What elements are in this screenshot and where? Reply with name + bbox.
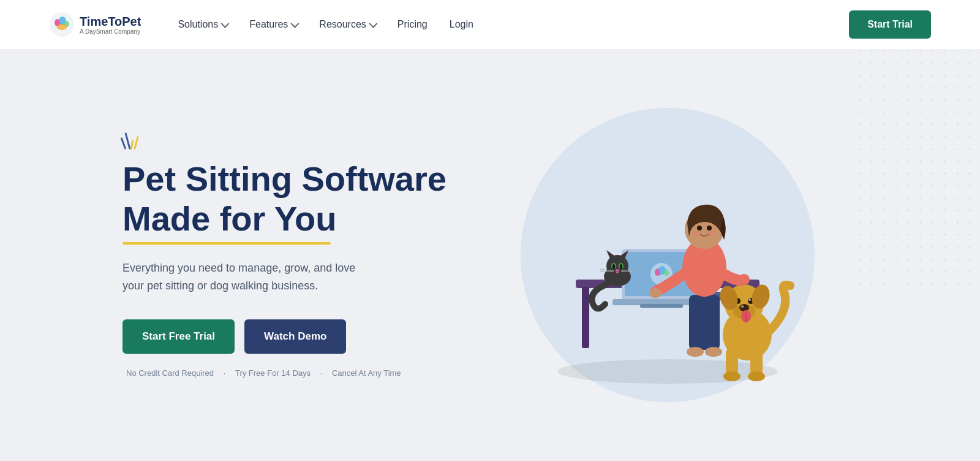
hero-title: Pet Sitting Software Made for You bbox=[123, 159, 478, 238]
logo-brand: TimeToPet bbox=[80, 15, 141, 28]
svg-point-62 bbox=[693, 231, 700, 236]
svg-rect-65 bbox=[858, 49, 980, 294]
navbar: TimeToPet A DaySmart Company Solutions F… bbox=[0, 0, 980, 49]
svg-point-31 bbox=[616, 269, 619, 272]
logo-icon bbox=[49, 12, 75, 37]
svg-point-22 bbox=[606, 255, 628, 277]
svg-point-61 bbox=[707, 226, 712, 230]
sparkle-1 bbox=[121, 137, 127, 150]
svg-point-54 bbox=[687, 347, 704, 357]
nav-pricing[interactable]: Pricing bbox=[398, 19, 428, 30]
nav-links: Solutions Features Resources Pricing Log… bbox=[178, 19, 849, 30]
svg-point-52 bbox=[748, 371, 765, 381]
svg-point-44 bbox=[748, 299, 751, 301]
hero-description: Everything you need to manage, grow, and… bbox=[123, 259, 417, 295]
svg-rect-20 bbox=[640, 304, 683, 308]
svg-point-51 bbox=[723, 371, 741, 381]
svg-point-57 bbox=[649, 288, 662, 298]
svg-point-40 bbox=[741, 305, 744, 308]
hero-buttons: Start Free Trial Watch Demo bbox=[123, 319, 478, 354]
svg-point-18 bbox=[664, 270, 669, 276]
start-free-trial-button[interactable]: Start Free Trial bbox=[123, 319, 235, 354]
hero-illustration bbox=[478, 108, 858, 402]
chevron-down-icon bbox=[221, 20, 230, 28]
logo-sub: A DaySmart Company bbox=[80, 28, 141, 35]
sparkles-decoration bbox=[123, 132, 478, 150]
hero-content: Pet Sitting Software Made for You Everyt… bbox=[123, 132, 478, 377]
hero-footnote: No Credit Card Required · Try Free For 1… bbox=[123, 368, 478, 378]
background-dots bbox=[858, 49, 980, 294]
logo-link[interactable]: TimeToPet A DaySmart Company bbox=[49, 12, 141, 37]
sparkle-4 bbox=[134, 136, 139, 150]
nav-login[interactable]: Login bbox=[450, 19, 473, 30]
svg-point-5 bbox=[557, 359, 778, 384]
svg-point-39 bbox=[739, 304, 749, 311]
svg-point-29 bbox=[612, 264, 615, 269]
svg-point-60 bbox=[697, 226, 702, 230]
start-trial-button[interactable]: Start Trial bbox=[849, 10, 931, 39]
svg-rect-7 bbox=[582, 287, 589, 348]
nav-features[interactable]: Features bbox=[249, 19, 297, 30]
svg-point-63 bbox=[709, 231, 716, 236]
title-underline bbox=[123, 242, 331, 245]
nav-resources[interactable]: Resources bbox=[319, 19, 375, 30]
hero-section: Pet Sitting Software Made for You Everyt… bbox=[0, 49, 980, 461]
chevron-down-icon bbox=[291, 20, 300, 28]
watch-demo-button[interactable]: Watch Demo bbox=[244, 319, 346, 354]
logo-text-group: TimeToPet A DaySmart Company bbox=[80, 15, 141, 35]
nav-solutions[interactable]: Solutions bbox=[178, 19, 227, 30]
illustration-background bbox=[521, 108, 815, 402]
svg-rect-53 bbox=[689, 295, 720, 350]
svg-point-4 bbox=[57, 24, 67, 30]
svg-point-55 bbox=[705, 347, 722, 357]
chevron-down-icon bbox=[369, 20, 377, 28]
svg-point-30 bbox=[620, 264, 622, 269]
scene-illustration bbox=[527, 114, 809, 396]
